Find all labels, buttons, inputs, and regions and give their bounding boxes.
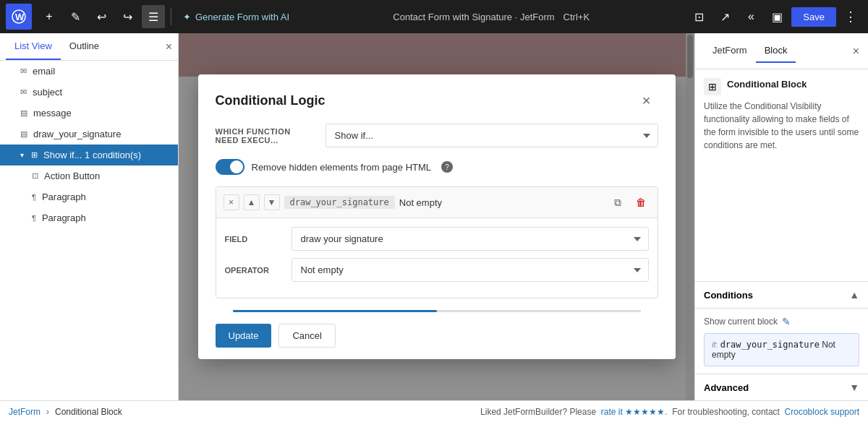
generate-form-label: Generate Form with AI <box>195 12 289 22</box>
which-function-row: WHICH FUNCTION NEED EXECU... Show if... <box>216 124 658 147</box>
condition-block-body: FIELD draw your signature OPERATOR Not e… <box>216 218 658 298</box>
modal-body: WHICH FUNCTION NEED EXECU... Show if... … <box>198 124 676 312</box>
subject-icon: ✉ <box>20 87 27 97</box>
redo-button[interactable]: ↪ <box>116 5 139 28</box>
bottom-bar-right: Liked JetFormBuilder? Please rate it ★★★… <box>480 407 859 417</box>
sidebar-item-label: Show if... 1 condition(s) <box>43 150 141 160</box>
section-title: Conditional Block <box>727 79 807 90</box>
conditions-collapse-button[interactable]: ▲ <box>849 289 859 301</box>
sidebar-item-label: Paragraph <box>42 191 86 202</box>
which-function-select[interactable]: Show if... <box>326 124 658 147</box>
edit-condition-icon[interactable]: ✎ <box>782 316 791 327</box>
delete-condition-button[interactable]: 🗑 <box>631 193 650 212</box>
toggle-label: Remove hidden elements from page HTML <box>252 162 432 173</box>
sidebar-item-paragraph-1[interactable]: ¶ Paragraph <box>0 186 178 207</box>
tab-list-view[interactable]: List View <box>6 33 61 60</box>
right-sidebar-close-button[interactable]: × <box>853 45 859 58</box>
more-options-button[interactable]: ⋮ <box>839 5 862 28</box>
email-icon: ✉ <box>20 66 27 76</box>
show-if-icon: ⊞ <box>31 150 38 160</box>
sidebar-item-show-if[interactable]: ▾ ⊞ Show if... 1 condition(s) <box>0 145 178 165</box>
field-select[interactable]: draw your signature <box>292 227 649 251</box>
generate-form-button[interactable]: ✦ Generate Form with AI <box>177 9 295 25</box>
modal-overlay: Conditional Logic × WHICH FUNCTION NEED … <box>179 33 694 400</box>
sidebar-close-button[interactable]: × <box>166 33 172 60</box>
conditions-title: Conditions <box>704 290 753 301</box>
trouble-text: For troubleshooting, contact <box>672 407 780 417</box>
operator-label: OPERATOR <box>225 266 283 275</box>
collapse-button[interactable]: « <box>739 5 762 28</box>
sidebar-item-label: Action Button <box>44 171 100 181</box>
breadcrumb-separator: › <box>46 407 49 417</box>
advanced-title: Advanced <box>704 382 749 393</box>
modal-close-button[interactable]: × <box>635 89 658 112</box>
modal-footer: Update Cancel <box>198 312 676 359</box>
toolbar-right: ⊡ ↗ « ▣ Save ⋮ <box>687 5 862 28</box>
right-sidebar-body: ⊞ Conditional Block Utilize the Conditio… <box>695 69 868 281</box>
tools-button[interactable]: ✎ <box>64 5 87 28</box>
liked-text: Liked JetFormBuilder? Please <box>480 407 596 417</box>
remove-hidden-toggle[interactable] <box>216 159 244 175</box>
sidebar-item-message[interactable]: ▤ message <box>0 103 178 124</box>
operator-select[interactable]: Not empty <box>292 258 649 282</box>
ai-icon: ✦ <box>183 12 191 22</box>
sidebar-item-label: subject <box>33 87 62 98</box>
show-current-block-label: Show current block <box>704 316 778 327</box>
keyboard-shortcut: Ctrl+K <box>563 12 590 22</box>
tab-outline[interactable]: Outline <box>61 33 108 60</box>
help-icon[interactable]: ? <box>441 161 453 173</box>
conditional-block-icon: ⊞ <box>704 78 721 95</box>
draw-signature-icon: ▤ <box>20 129 27 139</box>
sidebar-item-label: message <box>33 108 72 119</box>
sidebar-item-draw-signature[interactable]: ▤ draw_your_signature <box>0 124 178 145</box>
center-content: Conditional Logic × WHICH FUNCTION NEED … <box>179 33 694 400</box>
save-button[interactable]: Save <box>791 7 836 27</box>
toolbar-divider <box>171 8 171 25</box>
sidebar-item-subject[interactable]: ✉ subject <box>0 82 178 103</box>
breadcrumb-jetform[interactable]: JetForm <box>9 407 41 417</box>
layout-button[interactable]: ▣ <box>765 5 788 28</box>
sidebar-item-paragraph-2[interactable]: ¶ Paragraph <box>0 207 178 228</box>
conditions-header: Conditions ▲ <box>695 281 868 309</box>
right-sidebar: JetForm Block × ⊞ Conditional Block Util… <box>694 33 868 400</box>
sidebar-item-label: email <box>33 66 55 77</box>
conditions-body: Show current block ✎ if: draw_your_signa… <box>695 309 868 374</box>
wp-logo[interactable]: W <box>6 4 32 30</box>
section-description: Utilize the Conditional Visibility funct… <box>704 100 859 152</box>
remove-condition-button[interactable]: × <box>224 194 239 210</box>
add-block-button[interactable]: + <box>38 5 61 28</box>
advanced-expand-icon[interactable]: ▼ <box>849 382 859 393</box>
condition-text: Not empty <box>399 197 442 208</box>
move-down-button[interactable]: ▼ <box>264 194 280 210</box>
tab-jetform[interactable]: JetForm <box>704 39 756 63</box>
bottom-bar: JetForm › Conditional Block Liked JetFor… <box>0 400 868 422</box>
field-label: FIELD <box>225 235 283 244</box>
preview-button[interactable]: ⊡ <box>687 5 710 28</box>
move-up-button[interactable]: ▲ <box>244 194 260 210</box>
paragraph-icon: ¶ <box>32 193 36 202</box>
toggle-knob <box>230 160 243 173</box>
modal-header: Conditional Logic × <box>198 74 676 124</box>
field-row: FIELD draw your signature <box>225 227 649 251</box>
rate-link[interactable]: rate it ★★★★★ <box>601 407 665 417</box>
list-view-button[interactable]: ☰ <box>142 5 165 28</box>
toggle-row: Remove hidden elements from page HTML ? <box>216 159 658 175</box>
expand-icon: ▾ <box>20 151 24 159</box>
cancel-button[interactable]: Cancel <box>278 324 335 348</box>
message-icon: ▤ <box>20 108 27 118</box>
toolbar: W + ✎ ↩ ↪ ☰ ✦ Generate Form with AI Cont… <box>0 0 868 33</box>
undo-button[interactable]: ↩ <box>90 5 113 28</box>
external-link-button[interactable]: ↗ <box>713 5 736 28</box>
condition-row: if: draw_your_signature Not empty <box>704 333 859 366</box>
tab-block[interactable]: Block <box>756 39 796 63</box>
copy-condition-button[interactable]: ⧉ <box>608 193 627 212</box>
breadcrumb-conditional-block: Conditional Block <box>55 407 122 417</box>
support-link[interactable]: Crocoblock support <box>785 407 859 417</box>
sidebar-item-email[interactable]: ✉ email <box>0 61 178 82</box>
action-button-icon: ⊡ <box>32 171 38 181</box>
advanced-header: Advanced ▼ <box>695 374 868 400</box>
operator-row: OPERATOR Not empty <box>225 258 649 282</box>
sidebar-tabs: List View Outline × <box>0 33 178 61</box>
sidebar-item-action-button[interactable]: ⊡ Action Button <box>0 165 178 186</box>
update-button[interactable]: Update <box>216 324 272 348</box>
